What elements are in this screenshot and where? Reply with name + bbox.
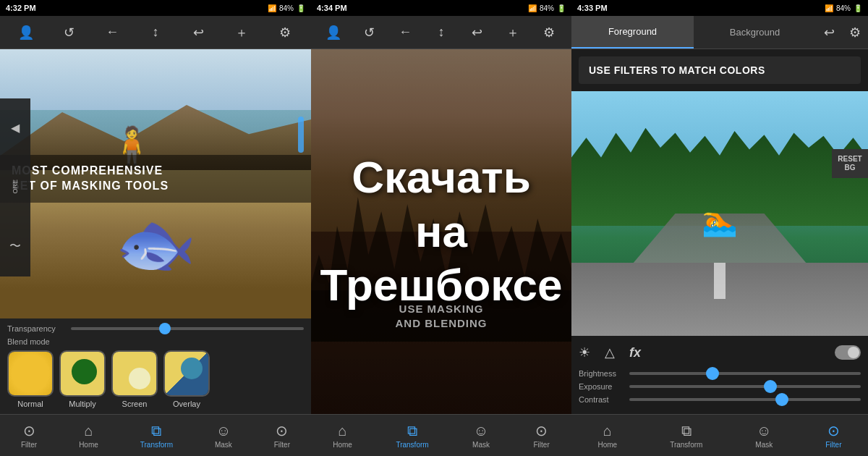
add-icon[interactable]: ＋ — [231, 24, 252, 41]
nav-mask-left[interactable]: ☺ Mask — [215, 423, 232, 449]
mask-icon-right: ☺ — [757, 423, 771, 439]
mask-icon-middle: ☺ — [474, 423, 488, 439]
adjustment-icons-row: ☀ △ fx — [579, 342, 861, 363]
brightness-label: Brightness — [579, 369, 622, 378]
transparency-slider[interactable] — [71, 327, 304, 330]
background-scene: 🏊 RESET BG — [571, 91, 868, 336]
overlay-circle-wrap — [163, 350, 210, 397]
tab-foreground[interactable]: Foreground — [571, 16, 694, 48]
gear-icon-right[interactable]: ⚙ — [842, 16, 868, 49]
adjustment-controls: ☀ △ fx Brightness Exposure — [571, 336, 868, 414]
nav-home-label-right: Home — [597, 441, 617, 449]
gear-icon-m[interactable]: ⚙ — [538, 25, 560, 41]
nav-filter-middle[interactable]: ⊙ Filter — [533, 422, 549, 449]
nav-transform-right[interactable]: ⧉ Transform — [670, 423, 702, 449]
landscape-top: 🧍 — [0, 49, 311, 170]
time-middle: 4:34 PM — [317, 4, 347, 12]
middle-image-area: USE MASKING AND BLENDING Скачать на Треш… — [311, 49, 571, 414]
blend-controls: Transparency Blend mode Normal — [0, 318, 311, 414]
contrast-row: Contrast — [579, 395, 861, 404]
filter-icon-left: ⊙ — [23, 422, 35, 439]
filter-hint-box: USE FILTERS TO MATCH COLORS — [579, 56, 861, 84]
blend-overlay[interactable]: Overlay — [163, 350, 210, 408]
undo-icon[interactable]: ↩ — [188, 25, 210, 41]
filter2-icon-left: ⊙ — [276, 422, 288, 439]
gear-icon[interactable]: ⚙ — [274, 25, 296, 41]
nav-home-right[interactable]: ⌂ Home — [597, 423, 617, 449]
nav-filter-label-right: Filter — [825, 441, 841, 449]
blend-screen[interactable]: Screen — [111, 350, 158, 408]
rotate-left-icon-m[interactable]: ↺ — [359, 25, 380, 41]
person-icon-m[interactable]: 👤 — [323, 25, 344, 41]
nav-mask-middle[interactable]: ☺ Mask — [472, 423, 490, 449]
fish-image: 🐟 — [115, 206, 196, 282]
undo-icon-right[interactable]: ↩ — [816, 16, 842, 49]
nav-transform-left[interactable]: ⧉ Transform — [140, 423, 173, 449]
nav-home-left[interactable]: ⌂ Home — [79, 423, 98, 449]
filter-hint-text: USE FILTERS TO MATCH COLORS — [589, 64, 851, 77]
right-content: USE FILTERS TO MATCH COLORS 🏊 RESET BG — [571, 49, 868, 456]
fx-icon[interactable]: fx — [629, 345, 641, 360]
multiply-label: Multiply — [69, 400, 95, 408]
left-panel-icon-2[interactable]: 〜 — [9, 239, 21, 254]
nav-mask-right[interactable]: ☺ Mask — [755, 423, 773, 449]
masking-text-overlay: MOST COMPREHENSIVE SET OF MASKING TOOLS — [0, 155, 311, 203]
screen-label: Screen — [122, 400, 148, 408]
mask-icon-left: ☺ — [216, 423, 231, 439]
nav-home-label-middle: Home — [333, 441, 352, 449]
left-image-area: 🧍 🐟 MOST COMPREHENSIVE SET OF MASKING TO… — [0, 49, 311, 318]
transparency-label: Transparency — [7, 324, 65, 333]
bottom-nav-middle: ⌂ Home ⧉ Transform ☺ Mask ⊙ Filter — [311, 414, 571, 456]
nav-mask-label-left: Mask — [215, 441, 232, 449]
arrow-up-icon[interactable]: ↕ — [145, 25, 166, 40]
undo-icon-m[interactable]: ↩ — [467, 25, 488, 41]
main-container: 4:32 PM 📶 84% 🔋 👤 ↺ ← ↕ ↩ ＋ ⚙ 🧍 — [0, 0, 868, 456]
nav-transform-label-right: Transform — [670, 441, 702, 449]
swimmer-figure: 🏊 — [702, 204, 738, 238]
russian-text-2: на Трешбоксе — [311, 205, 571, 313]
nav-filter-right[interactable]: ⊙ Filter — [825, 422, 841, 449]
triangle-icon[interactable]: △ — [605, 345, 615, 360]
panel-middle: 4:34 PM 📶 84% 🔋 👤 ↺ ← ↕ ↩ ＋ ⚙ — [311, 0, 571, 456]
nav-filter-left[interactable]: ⊙ Filter — [21, 422, 37, 449]
brightness-slider[interactable] — [629, 372, 861, 375]
nav-filter2-label-left: Filter — [274, 441, 290, 449]
rotate-left-icon[interactable]: ↺ — [59, 25, 80, 41]
russian-overlay: Скачать на Трешбоксе — [311, 49, 571, 414]
bottom-nav-left: ⊙ Filter ⌂ Home ⧉ Transform ☺ Mask ⊙ Fil… — [0, 414, 311, 456]
transform-icon-right: ⧉ — [681, 423, 692, 439]
adjustment-toggle[interactable] — [835, 345, 861, 360]
left-panel-icon-1[interactable]: ◀ — [11, 121, 20, 135]
nav-filter-label-middle: Filter — [533, 441, 549, 449]
blend-multiply[interactable]: Multiply — [59, 350, 106, 408]
exposure-label: Exposure — [579, 382, 622, 391]
multiply-circle-wrap — [59, 350, 106, 397]
contrast-label: Contrast — [579, 395, 622, 404]
reset-bg-button[interactable]: RESET BG — [832, 149, 868, 178]
blend-normal[interactable]: Normal — [7, 350, 54, 408]
status-icons-left: 📶 84% 🔋 — [268, 4, 305, 12]
nav-mask-label-right: Mask — [755, 441, 773, 449]
arrow-up-icon-m[interactable]: ↕ — [430, 25, 452, 40]
nav-filter2-left[interactable]: ⊙ Filter — [274, 422, 290, 449]
filter-icon-right: ⊙ — [827, 422, 840, 439]
panel-left: 4:32 PM 📶 84% 🔋 👤 ↺ ← ↕ ↩ ＋ ⚙ 🧍 — [0, 0, 311, 456]
status-icons-middle: 📶 84% 🔋 — [528, 4, 566, 12]
exposure-slider[interactable] — [629, 385, 861, 388]
arrow-left-icon[interactable]: ← — [101, 25, 123, 40]
tab-background[interactable]: Background — [694, 16, 816, 48]
arrow-left-icon-m[interactable]: ← — [394, 25, 416, 40]
russian-text-1: Скачать — [352, 151, 531, 204]
contrast-slider[interactable] — [629, 398, 861, 401]
nav-home-label-left: Home — [79, 441, 98, 449]
add-icon-m[interactable]: ＋ — [502, 24, 524, 41]
nav-home-middle[interactable]: ⌂ Home — [333, 423, 352, 449]
nav-filter-label-left: Filter — [21, 441, 37, 449]
person-icon[interactable]: 👤 — [15, 25, 37, 41]
bottom-nav-right: ⌂ Home ⧉ Transform ☺ Mask ⊙ Filter — [571, 414, 868, 456]
toolbar-middle: 👤 ↺ ← ↕ ↩ ＋ ⚙ — [311, 16, 571, 49]
transform-icon-left: ⧉ — [151, 423, 161, 439]
vertical-slider[interactable] — [298, 117, 304, 153]
brightness-icon[interactable]: ☀ — [579, 345, 590, 360]
nav-transform-middle[interactable]: ⧉ Transform — [396, 423, 428, 449]
